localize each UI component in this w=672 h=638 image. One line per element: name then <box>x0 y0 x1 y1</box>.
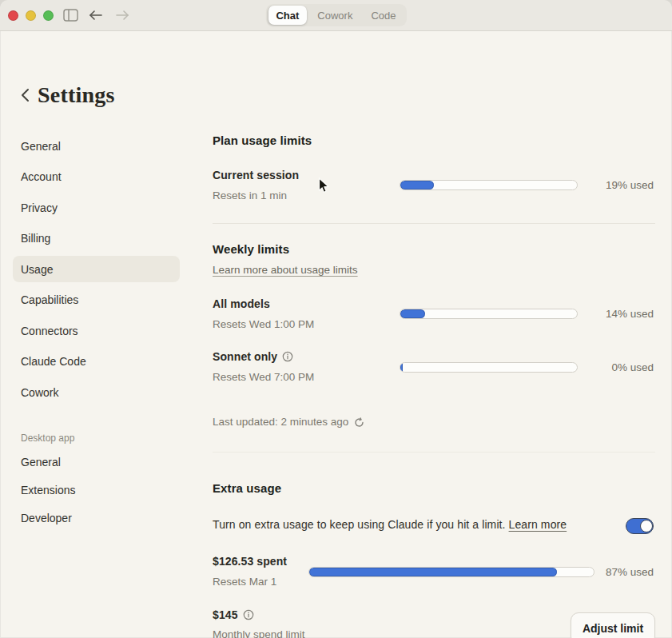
extra-usage-toggle[interactable] <box>626 518 654 534</box>
sonnet-only-text: Sonnet only <box>213 350 277 363</box>
spent-percent: 87% used <box>606 566 654 578</box>
current-session-percent: 19% used <box>606 179 654 191</box>
forward-arrow-icon[interactable] <box>113 0 132 30</box>
current-session-reset: Resets in 1 min <box>213 189 287 201</box>
sidebar-item-general[interactable]: General <box>13 133 180 159</box>
sonnet-only-label: Sonnet only <box>213 350 293 363</box>
titlebar: Chat Cowork Code <box>0 0 672 31</box>
all-models-percent: 14% used <box>606 308 654 320</box>
all-models-reset: Resets Wed 1:00 PM <box>213 318 314 330</box>
all-models-progress-bar <box>400 309 578 319</box>
toggle-knob <box>640 520 653 532</box>
extra-usage-learn-more-link[interactable]: Learn more <box>509 518 567 531</box>
section-divider <box>213 223 655 224</box>
sidebar-item-usage[interactable]: Usage <box>13 256 180 282</box>
sidebar-item-account[interactable]: Account <box>13 164 180 190</box>
page-title: Settings <box>38 82 115 108</box>
current-session-progress-fill <box>400 181 434 189</box>
sidebar-item-developer[interactable]: Developer <box>13 504 180 531</box>
extra-usage-title: Extra usage <box>213 481 281 495</box>
usage-panel: Plan usage limits Current session Resets… <box>213 30 655 638</box>
spent-progress-fill <box>309 568 557 576</box>
sidebar-item-capabilities[interactable]: Capabilities <box>13 287 180 313</box>
monthly-limit-sub: Monthly spend limit <box>213 628 305 638</box>
sonnet-only-reset: Resets Wed 7:00 PM <box>213 371 314 383</box>
close-window-button[interactable] <box>8 10 18 21</box>
sonnet-only-progress-bar <box>400 362 578 373</box>
last-updated-row: Last updated: 2 minutes ago <box>213 416 364 428</box>
sidebar-section-label: Desktop app <box>21 431 181 445</box>
sidebar-item-cowork[interactable]: Cowork <box>13 379 180 405</box>
spent-progress-bar <box>308 567 594 577</box>
sonnet-only-percent: 0% used <box>611 361 654 373</box>
refresh-icon[interactable] <box>354 417 364 428</box>
monthly-limit-label: $145 <box>213 608 254 621</box>
extra-usage-description: Turn on extra usage to keep using Claude… <box>213 518 567 531</box>
chevron-left-icon[interactable] <box>20 86 31 104</box>
tab-cowork[interactable]: Cowork <box>309 6 360 25</box>
usage-limits-learn-more-link[interactable]: Learn more about usage limits <box>213 264 358 276</box>
spent-label: $126.53 spent <box>213 555 287 568</box>
adjust-limit-button[interactable]: Adjust limit <box>571 612 655 638</box>
tab-chat[interactable]: Chat <box>268 6 307 25</box>
current-session-label: Current session <box>213 169 299 181</box>
extra-usage-text: Turn on extra usage to keep using Claude… <box>213 518 506 531</box>
back-arrow-icon[interactable] <box>86 0 105 30</box>
settings-header: Settings <box>20 82 115 108</box>
sonnet-only-progress-fill <box>400 363 403 372</box>
monthly-limit-amount: $145 <box>213 608 238 621</box>
sidebar-item-claude-code[interactable]: Claude Code <box>13 349 180 375</box>
sidebar-item-extensions[interactable]: Extensions <box>13 477 180 503</box>
spent-reset: Resets Mar 1 <box>213 576 276 588</box>
weekly-limits-title: Weekly limits <box>213 242 289 256</box>
zoom-window-button[interactable] <box>43 10 54 21</box>
sidebar-toggle-icon[interactable] <box>61 0 80 30</box>
sidebar-item-connectors[interactable]: Connectors <box>13 317 180 344</box>
current-session-progress-bar <box>400 180 578 190</box>
section-divider <box>213 452 655 453</box>
sidebar-item-billing[interactable]: Billing <box>13 225 180 252</box>
all-models-label: All models <box>213 297 270 310</box>
info-icon[interactable] <box>243 609 254 620</box>
info-icon[interactable] <box>282 351 293 362</box>
minimize-window-button[interactable] <box>26 10 36 21</box>
app-window: Chat Cowork Code Settings General Accoun… <box>0 0 672 638</box>
sidebar-item-desktop-general[interactable]: General <box>13 449 180 475</box>
plan-usage-limits-title: Plan usage limits <box>213 134 312 147</box>
last-updated-text: Last updated: 2 minutes ago <box>213 416 348 428</box>
sidebar-item-privacy[interactable]: Privacy <box>13 194 180 221</box>
mode-tab-group: Chat Cowork Code <box>265 4 406 26</box>
tab-code[interactable]: Code <box>363 6 404 25</box>
all-models-progress-fill <box>400 309 425 318</box>
